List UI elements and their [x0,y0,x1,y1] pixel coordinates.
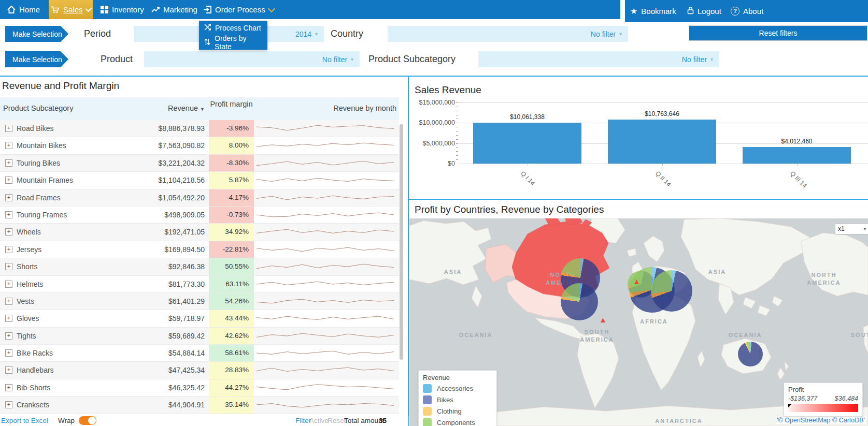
table-row[interactable]: +Touring Bikes$3,221,204.32-8.30% [0,155,399,172]
table-row[interactable]: +Road Bikes$8,886,378.93-3.96% [0,120,399,137]
filter-link[interactable]: Filter [295,417,311,424]
active-link[interactable]: Active [309,417,329,424]
expand-icon[interactable]: + [5,263,12,270]
table-scrollbar[interactable] [400,124,403,360]
row-profit-margin: 5.87% [209,172,254,188]
bar-data-label: $10,763,646 [608,110,716,117]
expand-icon[interactable]: + [5,228,12,236]
bar[interactable] [473,123,581,164]
make-selection-button-period[interactable]: Make Selection [5,26,68,42]
expand-icon[interactable]: + [5,159,12,167]
row-sparkline [254,241,399,258]
row-revenue: $8,886,378.93 [122,124,205,133]
sort-desc-icon: ▼ [200,107,205,112]
row-revenue: $169,894.50 [122,245,205,254]
export-to-excel-link[interactable]: Export to Excel [1,417,48,424]
expand-icon[interactable]: + [5,349,12,357]
world-map[interactable]: ASIANORTH AMERICAEUROPEAFRICASOUTH AMERI… [409,218,868,426]
expand-icon[interactable]: + [5,366,12,374]
table-row[interactable]: +Handlebars$47,425.3428.83% [0,362,399,379]
table-row[interactable]: +Helmets$81,773.3063.11% [0,276,399,293]
table-row[interactable]: +Wheels$192,471.0534.92% [0,224,399,241]
product-label: Product [101,54,133,65]
map-region-label: OCEANIA [729,331,762,339]
table-title: Revenue and Profit Margin [2,80,119,92]
table-row[interactable]: +Mountain Frames$1,104,218.565.87% [0,172,399,189]
reset-filters-button[interactable]: Reset filters [689,25,867,41]
table-row[interactable]: +Jerseys$169,894.50-22.81% [0,241,399,258]
expand-icon[interactable]: + [5,246,12,253]
nav-item-about[interactable]: ? About [731,0,763,22]
top-navbar: Home Sales Inventory Marketing Order Pro… [0,0,620,19]
subcategory-filter-field[interactable]: No filter▼ [478,51,719,67]
table-row[interactable]: +Road Frames$1,054,492.20-4.17% [0,189,399,207]
row-subcategory: Bib-Shorts [17,384,50,392]
map-pie[interactable] [651,270,692,312]
table-row[interactable]: +Shorts$92,846.3850.55% [0,258,399,275]
nav-item-marketing[interactable]: Marketing [149,0,200,19]
reset-link[interactable]: Reset [328,417,346,424]
revenue-legend-title: Revenue [423,374,492,381]
expand-icon[interactable]: + [5,142,12,149]
nav-item-bookmark[interactable]: ★ Bookmark [630,0,676,22]
expand-icon[interactable]: + [5,177,12,184]
make-selection-button-product[interactable]: Make Selection [5,51,68,67]
table-row[interactable]: +Vests$61,401.2954.26% [0,293,399,310]
table-row[interactable]: +Gloves$59,718.9743.44% [0,310,399,327]
trend-icon [151,6,160,13]
row-revenue: $92,846.38 [122,262,205,271]
lock-icon [687,6,694,16]
map-region-label: AFRICA [640,318,668,326]
table-row[interactable]: +Bib-Shorts$46,325.4244.27% [0,379,399,396]
expand-icon[interactable]: + [5,401,12,408]
y-axis-tick-label: $10,000,000 [409,119,455,126]
col-header-margin[interactable]: Profit margin [209,99,254,109]
row-sparkline [254,396,399,414]
bar[interactable] [743,147,851,164]
expand-icon[interactable]: + [5,194,12,201]
map-pie[interactable] [561,283,598,320]
country-label: Country [331,28,363,39]
table-row[interactable]: +Cranksets$44,904.9135.14% [0,396,399,414]
menu-item-orders-by-state[interactable]: Orders by State [199,35,267,50]
profit-legend: Profit -$136,377 $36,484 [784,383,863,417]
expand-icon[interactable]: + [5,315,12,322]
row-sparkline [254,293,399,310]
expand-icon[interactable]: + [5,281,12,288]
row-profit-margin: 58.61% [209,345,254,361]
nav-item-order-process[interactable]: Order Process [201,0,276,19]
table-row[interactable]: +Tights$59,689.4242.62% [0,328,399,345]
row-sparkline [254,276,399,293]
table-row[interactable]: +Touring Frames$498,909.05-0.73% [0,207,399,224]
nav-item-sales[interactable]: Sales [49,0,93,19]
col-header-spark[interactable]: Revenue by month [282,104,396,112]
nav-item-home[interactable]: Home [5,0,42,19]
row-sparkline [254,172,399,189]
osm-link[interactable]: © OpenStreetMap [778,417,831,424]
row-revenue: $192,471.05 [122,228,205,236]
expand-icon[interactable]: + [5,384,12,391]
col-header-revenue[interactable]: Revenue ▼ [127,104,205,112]
expand-icon[interactable]: + [5,125,12,132]
country-filter-field[interactable]: No filter▼ [388,26,628,42]
y-axis-minor-ticks [456,102,458,164]
expand-icon[interactable]: + [5,298,12,305]
expand-icon[interactable]: + [5,332,12,340]
table-row[interactable]: +Bike Racks$54,884.1458.61% [0,345,399,362]
product-filter-field[interactable]: No filter▼ [144,51,360,67]
legend-item: Components [423,418,492,426]
map-pie[interactable] [738,342,763,366]
bar[interactable] [608,120,716,164]
map-zoom-select[interactable]: x1▼ [835,223,868,234]
nav-item-logout[interactable]: Logout [687,0,721,22]
menu-item-process-chart[interactable]: Process Chart [199,21,267,35]
col-header-subcategory[interactable]: Product Subcategory [3,104,73,112]
chevron-down-icon [268,5,275,12]
nav-item-inventory[interactable]: Inventory [98,0,146,19]
revenue-legend: Revenue AccessoriesBikesClothingComponen… [418,370,497,426]
wrap-toggle[interactable] [79,416,96,425]
expand-icon[interactable]: + [5,211,12,218]
carto-link[interactable]: © CartoDB [832,417,864,424]
table-row[interactable]: +Mountain Bikes$7,563,090.828.00% [0,137,399,154]
row-revenue: $61,401.29 [122,297,205,305]
